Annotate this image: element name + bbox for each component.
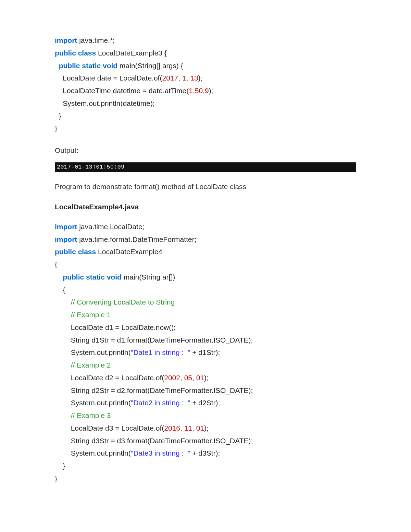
comment: // Example 2 (71, 361, 111, 369)
keyword: import (55, 36, 77, 44)
code-text: String d1Str = d1.format(DateTimeFormatt… (55, 336, 253, 344)
code-text: { (55, 260, 57, 268)
keyword: import (55, 223, 77, 231)
number-literal: 2002 (164, 374, 180, 382)
code-text: System.out.println( (55, 449, 131, 457)
number-literal: 1 (182, 74, 186, 82)
code-text: { (55, 286, 65, 294)
string-literal: "Date1 in string : " (131, 348, 190, 356)
code-text: LocalDate d2 = LocalDate.of( (55, 374, 164, 382)
filename-heading: LocalDateExample4.java (55, 203, 356, 211)
output-console: 2017-01-13T01:50:09 (55, 162, 356, 172)
code-text: java.time.format.DateTimeFormatter; (77, 235, 196, 243)
code-text: , (186, 74, 190, 82)
number-literal: 1 (189, 87, 193, 95)
number-literal: 50 (195, 87, 203, 95)
code-text: LocalDateExample3 { (96, 49, 167, 57)
code-text: + d1Str); (190, 348, 220, 356)
code-text: java.time.*; (77, 36, 115, 44)
code-text: System.out.println(datetime); (55, 99, 155, 107)
code-text: System.out.println( (55, 399, 131, 407)
keyword: public class (55, 49, 96, 57)
code-text: String d2Str = d2.format(DateTimeFormatt… (55, 386, 253, 394)
code-text: main(String ar[]) (122, 273, 175, 281)
code-text: } (55, 124, 57, 132)
number-literal: 01 (196, 424, 204, 432)
number-literal: 9 (205, 87, 209, 95)
number-literal: 2017 (162, 74, 178, 82)
document-page: import java.time.*; public class LocalDa… (0, 0, 411, 529)
code-text: LocalDate d1 = LocalDate.now(); (55, 323, 176, 331)
code-text: ); (204, 424, 209, 432)
number-literal: 13 (190, 74, 198, 82)
keyword: public static void (63, 273, 122, 281)
keyword: import (55, 235, 77, 243)
code-text: ); (204, 374, 209, 382)
string-literal: "Date2 in string : " (131, 399, 190, 407)
code-text: LocalDateTime datetime = date.atTime( (55, 87, 189, 95)
code-text: , (192, 374, 196, 382)
code-text: java.time.LocalDate; (77, 223, 144, 231)
code-text: , (180, 374, 184, 382)
description-text: Program to demonstrate format() method o… (55, 181, 356, 193)
code-text: } (55, 112, 61, 120)
code-text: ); (198, 74, 203, 82)
output-label: Output: (55, 145, 356, 156)
code-text: + d3Str); (190, 449, 220, 457)
number-literal: 01 (196, 374, 204, 382)
comment: // Example 3 (71, 411, 111, 419)
code-text: , (178, 74, 182, 82)
code-text: LocalDate date = LocalDate.of( (55, 74, 162, 82)
code-text: + d2Str); (190, 399, 220, 407)
code-text: } (55, 474, 57, 482)
code-text: ); (209, 87, 213, 95)
code-text: , (192, 424, 196, 432)
comment: // Converting LocalDate to String (71, 298, 175, 306)
code-text: , (180, 424, 184, 432)
code-text: } (55, 462, 65, 470)
code-text: LocalDateExample4 (96, 248, 162, 256)
number-literal: 11 (184, 424, 192, 432)
number-literal: 2016 (164, 424, 180, 432)
number-literal: 05 (184, 374, 192, 382)
code-block-example3: import java.time.*; public class LocalDa… (55, 34, 356, 135)
code-text: System.out.println( (55, 348, 131, 356)
code-text: main(String[] args) { (117, 62, 183, 70)
code-text: String d3Str = d3.format(DateTimeFormatt… (55, 437, 253, 445)
keyword: public static void (59, 62, 118, 70)
code-text: LocalDate d3 = LocalDate.of( (55, 424, 164, 432)
keyword: public class (55, 248, 96, 256)
string-literal: "Date3 in string : " (131, 449, 190, 457)
code-block-example4: import java.time.LocalDate; import java.… (55, 221, 356, 485)
comment: // Example 1 (71, 311, 111, 319)
